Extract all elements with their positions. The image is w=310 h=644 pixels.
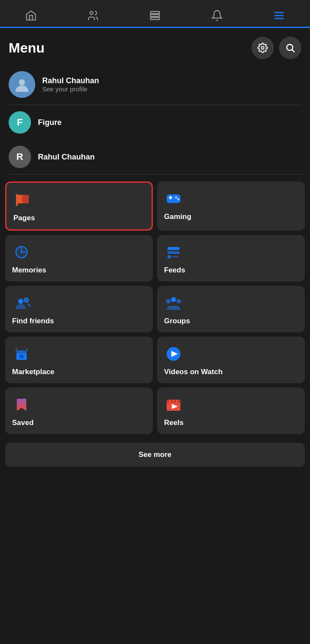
grid-item-pages[interactable]: Pages	[5, 181, 153, 231]
svg-point-8	[261, 47, 264, 49]
svg-rect-55	[169, 400, 171, 403]
profile-name: Rahul Chauhan	[42, 76, 99, 85]
svg-rect-19	[170, 196, 171, 200]
svg-point-41	[177, 299, 181, 303]
svg-rect-45	[19, 355, 24, 358]
svg-rect-29	[167, 247, 180, 250]
svg-point-11	[19, 79, 25, 85]
page-title: Menu	[9, 40, 45, 56]
svg-point-31	[167, 255, 171, 259]
find-friends-label: Find friends	[12, 317, 146, 325]
account-avatar-figure: F	[9, 111, 31, 134]
nav-feed[interactable]	[124, 5, 186, 27]
videos-on-watch-icon	[164, 344, 183, 363]
svg-point-39	[171, 297, 176, 302]
svg-rect-14	[22, 195, 29, 203]
account-avatar-rahul: R	[9, 146, 31, 168]
gaming-icon	[164, 189, 183, 208]
groups-icon	[164, 294, 183, 313]
svg-rect-30	[167, 251, 180, 254]
svg-rect-32	[172, 256, 179, 257]
avatar	[9, 71, 35, 98]
svg-point-27	[21, 251, 22, 253]
search-button[interactable]	[279, 37, 301, 59]
profile-section[interactable]: Rahul Chauhan See your profile	[0, 66, 310, 105]
pages-icon	[13, 191, 32, 209]
profile-info: Rahul Chauhan See your profile	[42, 76, 99, 93]
saved-icon	[12, 395, 31, 414]
gaming-label: Gaming	[164, 213, 298, 221]
svg-rect-2	[151, 15, 160, 17]
divider-2	[9, 174, 301, 175]
marketplace-icon	[12, 344, 31, 363]
svg-point-35	[25, 298, 28, 302]
nav-home[interactable]	[0, 5, 62, 27]
saved-label: Saved	[12, 419, 146, 427]
menu-header: Menu	[0, 28, 310, 66]
nav-friends[interactable]	[62, 5, 124, 27]
see-more-button[interactable]: See more	[5, 443, 305, 467]
account-name-figure: Figure	[38, 118, 62, 127]
account-figure[interactable]: F Figure	[0, 105, 310, 140]
grid-item-marketplace[interactable]: Marketplace	[5, 337, 153, 383]
svg-point-40	[166, 299, 170, 303]
svg-point-34	[18, 299, 23, 304]
reels-icon	[164, 395, 183, 414]
account-name-rahul: Rahul Chauhan	[38, 153, 95, 162]
grid-item-saved[interactable]: Saved	[5, 388, 153, 434]
svg-rect-1	[151, 12, 160, 14]
svg-point-20	[175, 197, 177, 199]
top-navigation	[0, 0, 310, 28]
feeds-icon	[164, 243, 183, 262]
settings-button[interactable]	[251, 37, 274, 59]
memories-icon	[12, 243, 31, 262]
marketplace-label: Marketplace	[12, 368, 146, 376]
svg-rect-47	[26, 348, 28, 351]
svg-rect-15	[16, 194, 18, 206]
find-friends-icon	[12, 294, 31, 313]
svg-rect-57	[176, 400, 178, 403]
svg-rect-46	[16, 348, 17, 351]
grid-item-groups[interactable]: Groups	[157, 286, 305, 332]
nav-notifications[interactable]	[186, 5, 248, 27]
grid-item-feeds[interactable]: Feeds	[157, 235, 305, 281]
grid-item-reels[interactable]: Reels	[157, 388, 305, 434]
grid-item-find-friends[interactable]: Find friends	[5, 286, 153, 332]
memories-label: Memories	[12, 266, 146, 275]
svg-line-10	[292, 50, 295, 53]
grid-item-videos-on-watch[interactable]: Videos on Watch	[157, 337, 305, 383]
profile-sub: See your profile	[42, 85, 99, 93]
account-rahul[interactable]: R Rahul Chauhan	[0, 140, 310, 174]
feeds-label: Feeds	[164, 266, 298, 275]
svg-point-9	[287, 44, 293, 50]
svg-rect-4	[151, 18, 160, 20]
header-actions	[251, 37, 301, 59]
menu-grid: Pages Gaming Mem	[0, 177, 310, 438]
videos-on-watch-label: Videos on Watch	[164, 368, 298, 376]
svg-rect-56	[173, 400, 174, 403]
grid-item-gaming[interactable]: Gaming	[157, 181, 305, 231]
svg-point-21	[177, 198, 180, 200]
svg-point-0	[90, 12, 93, 15]
nav-menu[interactable]	[248, 5, 310, 27]
pages-label: Pages	[13, 214, 145, 222]
groups-label: Groups	[164, 317, 298, 325]
grid-item-memories[interactable]: Memories	[5, 235, 153, 281]
reels-label: Reels	[164, 419, 298, 427]
